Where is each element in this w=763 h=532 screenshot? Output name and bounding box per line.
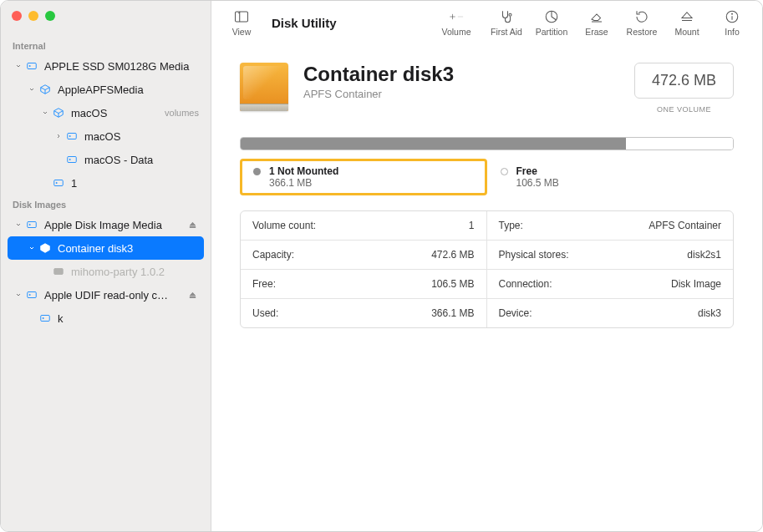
- mount-button[interactable]: Mount: [669, 8, 705, 37]
- sidebar-item[interactable]: APPLE SSD SM0128G Media: [8, 54, 204, 78]
- pie-icon: [544, 8, 559, 25]
- svg-rect-6: [54, 180, 64, 186]
- chevron-down-icon[interactable]: [13, 63, 24, 69]
- first-aid-button[interactable]: First Aid: [488, 8, 525, 37]
- svg-marker-28: [682, 13, 692, 18]
- svg-rect-18: [41, 316, 50, 322]
- content-area: Container disk3 APFS Container 472.6 MB …: [211, 44, 762, 328]
- close-window-button[interactable]: [12, 11, 22, 21]
- sidebar-item-label: Container disk3: [58, 242, 199, 255]
- disk-title: Container disk3: [303, 63, 619, 86]
- detail-value: 366.1 MB: [431, 307, 474, 319]
- restore-icon: [634, 8, 649, 25]
- sidebar: InternalAPPLE SSD SM0128G MediaAppleAPFS…: [1, 1, 211, 531]
- container-icon: [38, 84, 53, 95]
- sidebar-item-sublabel: volumes: [165, 108, 199, 118]
- sidebar-item[interactable]: Apple UDIF read-only c…: [8, 283, 204, 307]
- svg-rect-8: [28, 222, 37, 228]
- sidebar-item[interactable]: Apple Disk Image Media: [8, 213, 204, 236]
- sidebar-item[interactable]: 1: [8, 171, 204, 195]
- stethoscope-icon: [499, 8, 514, 25]
- usage-used-segment: [241, 138, 626, 149]
- svg-marker-10: [190, 222, 195, 225]
- sidebar-item[interactable]: AppleAPFSMedia: [8, 78, 204, 101]
- disk-icon: [24, 289, 39, 301]
- erase-button[interactable]: Erase: [578, 8, 615, 37]
- svg-point-32: [732, 13, 733, 14]
- sidebar-item-label: macOS: [84, 130, 199, 143]
- detail-row: Free:106.5 MB: [241, 270, 487, 299]
- volume-icon: [64, 154, 79, 165]
- sidebar-item-label: Apple UDIF read-only c…: [44, 289, 186, 301]
- erase-icon: [589, 8, 604, 25]
- detail-key: Device:: [499, 307, 532, 319]
- sidebar-item-label: AppleAPFSMedia: [58, 84, 199, 96]
- disk-icon: [24, 219, 39, 231]
- chevron-down-icon[interactable]: [26, 245, 38, 251]
- chevron-down-icon[interactable]: [13, 221, 24, 228]
- sidebar-section-header: Internal: [1, 36, 211, 54]
- disk-header: Container disk3 APFS Container 472.6 MB …: [240, 63, 734, 114]
- usage-bar: [240, 137, 734, 150]
- svg-rect-2: [68, 134, 77, 139]
- svg-point-13: [56, 271, 57, 271]
- container-icon: [38, 242, 53, 254]
- svg-marker-16: [190, 292, 195, 296]
- window: InternalAPPLE SSD SM0128G MediaAppleAPFS…: [0, 0, 763, 532]
- view-menu[interactable]: View: [223, 8, 260, 37]
- chevron-down-icon[interactable]: [39, 109, 51, 116]
- eject-icon[interactable]: [186, 220, 199, 230]
- sidebar-item-label: 1: [71, 177, 199, 190]
- minimize-window-button[interactable]: [28, 11, 38, 21]
- sidebar-item[interactable]: k: [8, 307, 204, 330]
- detail-row: Device:disk3: [487, 299, 734, 327]
- detail-row: Capacity:472.6 MB: [241, 241, 487, 270]
- usage-legend: 1 Not Mounted 366.1 MB Free 106.5 MB: [240, 159, 734, 195]
- fullscreen-window-button[interactable]: [45, 11, 55, 21]
- detail-value: 472.6 MB: [431, 249, 474, 261]
- toolbar: View Disk Utility Volume First Aid: [211, 1, 762, 44]
- detail-value: disk2s1: [687, 249, 721, 261]
- detail-key: Free:: [252, 278, 276, 290]
- detail-value: 1: [469, 220, 475, 231]
- legend-free[interactable]: Free 106.5 MB: [487, 159, 735, 195]
- detail-key: Connection:: [499, 278, 552, 290]
- sidebar-item[interactable]: macOS - Data: [8, 148, 204, 171]
- svg-rect-12: [54, 269, 64, 275]
- sidebar-section-header: Disk Images: [1, 195, 211, 213]
- chevron-down-icon[interactable]: [26, 86, 38, 93]
- svg-point-5: [69, 159, 70, 160]
- eject-icon[interactable]: [186, 291, 199, 300]
- sidebar-item[interactable]: macOS: [8, 124, 204, 148]
- usage-free-segment: [626, 138, 733, 149]
- detail-row: Connection:Disk Image: [487, 270, 734, 299]
- info-icon: [725, 8, 740, 25]
- sidebar-item-label: APPLE SSD SM0128G Media: [44, 60, 199, 73]
- eject-icon: [679, 8, 694, 25]
- partition-button[interactable]: Partition: [533, 8, 570, 37]
- detail-row: Volume count:1: [241, 211, 487, 241]
- volume-icon: [38, 312, 53, 324]
- svg-point-19: [43, 317, 43, 318]
- legend-not-mounted[interactable]: 1 Not Mounted 366.1 MB: [240, 159, 487, 195]
- svg-rect-20: [236, 12, 248, 22]
- svg-rect-11: [190, 226, 195, 227]
- detail-value: disk3: [698, 307, 721, 319]
- info-button[interactable]: Info: [714, 8, 750, 37]
- restore-button[interactable]: Restore: [623, 8, 660, 37]
- sidebar-item[interactable]: macOSvolumes: [8, 101, 204, 124]
- volume-button[interactable]: Volume: [433, 8, 480, 37]
- chevron-down-icon[interactable]: [13, 291, 24, 298]
- chevron-right-icon[interactable]: [53, 133, 64, 139]
- capacity-box: 472.6 MB: [634, 63, 734, 99]
- traffic-lights: [1, 8, 211, 36]
- svg-point-1: [29, 65, 30, 66]
- svg-rect-14: [28, 292, 37, 298]
- disk-glyph-icon: [240, 63, 288, 111]
- sidebar-item-label: macOS - Data: [84, 154, 199, 166]
- detail-key: Physical stores:: [499, 249, 569, 261]
- sidebar-item[interactable]: mihomo-party 1.0.2: [8, 260, 204, 283]
- detail-row: Physical stores:disk2s1: [487, 241, 734, 270]
- sidebar-item[interactable]: Container disk3: [8, 236, 204, 260]
- sidebar-item-label: k: [58, 312, 199, 325]
